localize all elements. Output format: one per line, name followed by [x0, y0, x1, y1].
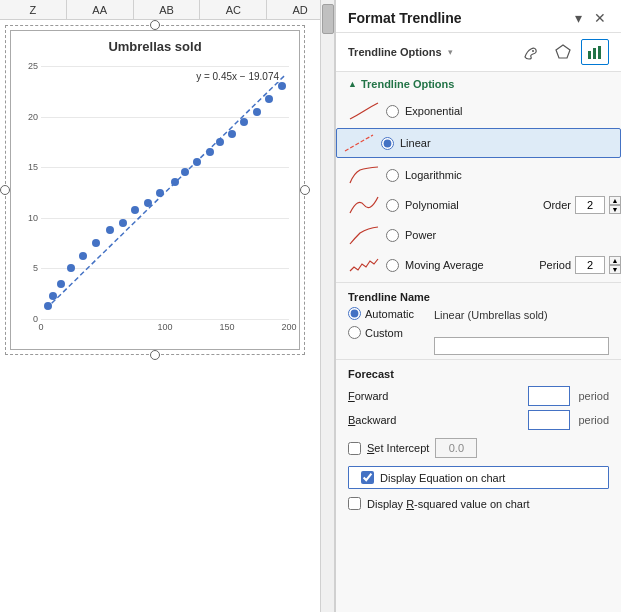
radio-logarithmic[interactable] [386, 169, 399, 182]
period-extra: Period ▲ ▼ [539, 256, 621, 274]
column-headers: Z AA AB AC AD [0, 0, 334, 20]
data-dot [106, 226, 114, 234]
scrollbar-thumb[interactable] [322, 4, 334, 34]
panel-header-controls: ▾ ✕ [572, 10, 609, 26]
period-down[interactable]: ▼ [609, 265, 621, 274]
data-dot [44, 302, 52, 310]
svg-rect-5 [598, 46, 601, 59]
checkbox-intercept[interactable] [348, 442, 361, 455]
label-exponential[interactable]: Exponential [405, 105, 463, 117]
data-dot [193, 158, 201, 166]
label-linear[interactable]: Linear [400, 137, 431, 149]
radio-polynomial[interactable] [386, 199, 399, 212]
pin-button[interactable]: ▾ [572, 10, 585, 26]
col-ac: AC [200, 0, 267, 19]
radio-moving-average[interactable] [386, 259, 399, 272]
forecast-label: Forecast [336, 362, 621, 382]
icon-logarithmic [348, 164, 380, 186]
display-rsquared-row: Display R-squared value on chart [336, 493, 621, 514]
label-display-rsquared[interactable]: Display R-squared value on chart [367, 498, 530, 510]
data-dot [240, 118, 248, 126]
label-automatic[interactable]: Automatic [365, 308, 414, 320]
order-down[interactable]: ▼ [609, 205, 621, 214]
chart-plot-area: 25 20 15 10 5 0 0 100 150 200 [41, 66, 289, 319]
y-label-1: 20 [28, 112, 38, 122]
label-polynomial[interactable]: Polynomial [405, 199, 459, 211]
option-moving-average: Moving Average Period ▲ ▼ [336, 250, 621, 280]
forward-label: Forward [348, 390, 520, 402]
data-dot [131, 206, 139, 214]
order-up[interactable]: ▲ [609, 196, 621, 205]
auto-name-value: Linear (Umbrellas sold) [434, 307, 609, 323]
order-input[interactable] [575, 196, 605, 214]
label-intercept[interactable]: Set Intercept [367, 442, 429, 454]
chart-panel: Z AA AB AC AD Umbrellas sold 25 20 15 10 [0, 0, 335, 612]
resize-handle-right[interactable] [300, 185, 310, 195]
icon-exponential [348, 100, 380, 122]
radio-exponential[interactable] [386, 105, 399, 118]
chart-container[interactable]: Umbrellas sold 25 20 15 10 5 0 0 100 150… [10, 30, 300, 350]
x-label-2: 150 [219, 322, 234, 332]
section-trendline-options[interactable]: ▲ Trendline Options [336, 72, 621, 96]
grid-line-h-5 [41, 319, 289, 320]
y-label-2: 15 [28, 162, 38, 172]
custom-row: Custom [348, 326, 414, 339]
name-radios: Automatic Custom [348, 307, 414, 339]
intercept-input[interactable] [435, 438, 477, 458]
period-input[interactable] [575, 256, 605, 274]
section-arrow: ▲ [348, 79, 357, 89]
tabs-dropdown-icon[interactable]: ▾ [448, 47, 453, 57]
label-moving-average[interactable]: Moving Average [405, 259, 484, 271]
label-display-equation[interactable]: Display Equation on chart [380, 472, 505, 484]
data-dot [79, 252, 87, 260]
data-dot [92, 239, 100, 247]
option-power: Power [336, 220, 621, 250]
y-label-5: 0 [33, 314, 38, 324]
col-ab: AB [134, 0, 201, 19]
tab-barchart[interactable] [581, 39, 609, 65]
period-up[interactable]: ▲ [609, 256, 621, 265]
tab-paint[interactable] [517, 39, 545, 65]
backward-input[interactable]: 0.0 [528, 410, 570, 430]
col-z: Z [0, 0, 67, 19]
label-custom[interactable]: Custom [365, 327, 403, 339]
svg-line-6 [345, 135, 373, 151]
radio-linear[interactable] [381, 137, 394, 150]
icon-tabs [517, 39, 609, 65]
intercept-row: Set Intercept [336, 434, 621, 462]
y-label-3: 10 [28, 213, 38, 223]
trendline-name-label: Trendline Name [336, 285, 621, 305]
resize-handle-top[interactable] [150, 20, 160, 30]
label-power[interactable]: Power [405, 229, 436, 241]
vertical-scrollbar[interactable] [320, 0, 334, 612]
radio-custom[interactable] [348, 326, 361, 339]
checkbox-display-rsquared[interactable] [348, 497, 361, 510]
divider-1 [336, 282, 621, 283]
data-dot [278, 82, 286, 90]
resize-handle-left[interactable] [0, 185, 10, 195]
data-dot [228, 130, 236, 138]
forecast-grid: Forward 0.0 period Backward 0.0 period [336, 382, 621, 434]
custom-name-input[interactable] [434, 337, 609, 355]
x-label-0: 0 [38, 322, 43, 332]
col-aa: AA [67, 0, 134, 19]
svg-point-1 [532, 50, 534, 52]
label-logarithmic[interactable]: Logarithmic [405, 169, 462, 181]
forward-input[interactable]: 0.0 [528, 386, 570, 406]
close-button[interactable]: ✕ [591, 10, 609, 26]
icon-power [348, 224, 380, 246]
format-panel: Format Trendline ▾ ✕ Trendline Options ▾ [335, 0, 621, 612]
tab-pentagon[interactable] [549, 39, 577, 65]
data-dot [216, 138, 224, 146]
trendline-svg [41, 66, 289, 319]
radio-automatic[interactable] [348, 307, 361, 320]
data-dot [181, 168, 189, 176]
checkbox-display-equation[interactable] [361, 471, 374, 484]
resize-handle-bottom[interactable] [150, 350, 160, 360]
data-dot [144, 199, 152, 207]
polynomial-extra: Order ▲ ▼ [543, 196, 621, 214]
data-dot [156, 189, 164, 197]
tabs-label: Trendline Options [348, 46, 442, 58]
auto-row: Automatic [348, 307, 414, 320]
radio-power[interactable] [386, 229, 399, 242]
